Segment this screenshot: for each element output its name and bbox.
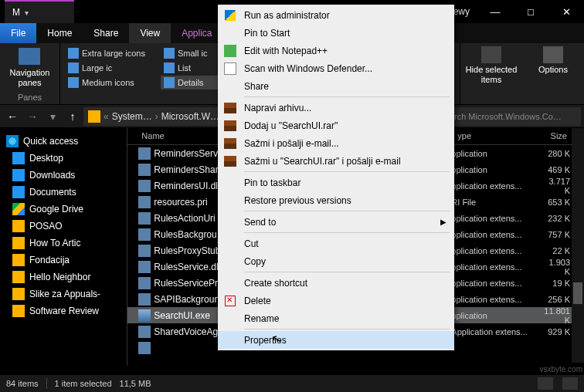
layout-extra-large-icons[interactable]: Extra large icons xyxy=(65,46,158,60)
file-icon xyxy=(138,293,151,306)
hide-icon xyxy=(481,46,501,63)
scrollbar[interactable] xyxy=(572,128,584,363)
col-type[interactable]: ype xyxy=(451,128,544,144)
ctx-sa-mi-u-searchui-rar-i-po-alji-e-mail[interactable]: Sažmi u "SearchUI.rar" i pošalji e-mail xyxy=(218,152,454,170)
scroll-thumb[interactable] xyxy=(573,282,582,304)
layout-medium-icons[interactable]: Medium icons xyxy=(65,76,158,90)
ic-fold xyxy=(12,254,25,266)
file-menu[interactable]: File xyxy=(0,23,36,43)
ctx-properties[interactable]: Properties xyxy=(218,331,454,349)
ctx-rename[interactable]: Rename xyxy=(218,309,454,327)
file-icon xyxy=(138,245,151,257)
ic-desk xyxy=(12,152,25,164)
ctx-pin-to-taskbar[interactable]: Pin to taskbar xyxy=(218,174,454,191)
tree-google-drive[interactable]: Google Drive xyxy=(0,201,127,218)
submenu-arrow: ▶ xyxy=(440,218,446,226)
close-button[interactable]: ✕ xyxy=(548,0,584,23)
ctx-dodaj-u-searchui-rar-[interactable]: Dodaj u "SearchUI.rar" xyxy=(218,117,454,134)
ic-fold xyxy=(12,271,25,283)
ic-rar-icon xyxy=(222,137,238,150)
ctx-copy[interactable]: Copy xyxy=(218,252,454,270)
tree-software-review[interactable]: Software Review xyxy=(0,302,127,319)
file-icon xyxy=(138,277,151,289)
search-input[interactable]: rch Microsoft.Windows.Co… xyxy=(450,107,581,126)
ic-gd xyxy=(12,203,25,215)
nav-tree: Quick accessDesktopDownloadsDocumentsGoo… xyxy=(0,128,127,366)
ctx-napravi-arhivu-[interactable]: Napravi arhivu... xyxy=(218,99,454,117)
ic-star xyxy=(6,135,19,147)
status-count: 84 items xyxy=(6,379,39,388)
tree-hello-neighbor[interactable]: Hello Neighbor xyxy=(0,269,127,286)
layout-large-ic[interactable]: Large ic xyxy=(65,61,158,75)
ic-fold xyxy=(12,220,25,232)
up-button[interactable]: ↑ xyxy=(63,107,82,126)
window-controls: — □ ✕ xyxy=(477,0,584,23)
ctx-pin-to-start[interactable]: Pin to Start xyxy=(218,24,454,42)
tree-fondacija[interactable]: Fondacija xyxy=(0,252,127,269)
file-icon xyxy=(138,180,151,192)
watermark-url: vsxbyte.com xyxy=(539,365,582,373)
file-icon xyxy=(138,212,151,225)
hide-label: Hide selected items xyxy=(466,65,518,85)
tab-share[interactable]: Share xyxy=(83,23,129,43)
tree-how-to-artic[interactable]: How To Artic xyxy=(0,235,127,252)
crumb-2[interactable]: Microsoft.W… xyxy=(161,111,219,122)
tree-desktop[interactable]: Desktop xyxy=(0,150,127,167)
maximize-button[interactable]: □ xyxy=(513,0,548,23)
options-button[interactable]: Options xyxy=(522,43,584,104)
tree-quick-access[interactable]: Quick access xyxy=(0,133,127,150)
ic-shield-icon xyxy=(222,8,238,22)
status-bar: 84 items 1 item selected 11,5 MB xyxy=(0,375,584,392)
tab-initial: M xyxy=(12,7,20,18)
tab-home[interactable]: Home xyxy=(36,23,83,43)
ctx-edit-with-notepad-[interactable]: Edit with Notepad++ xyxy=(218,42,454,59)
file-icon xyxy=(138,228,151,241)
context-menu: Run as administratorPin to StartEdit wit… xyxy=(218,5,454,350)
file-icon xyxy=(138,342,151,354)
file-icon xyxy=(138,147,151,160)
ctx-run-as-administrator[interactable]: Run as administrator xyxy=(218,6,454,24)
crumb-1[interactable]: System… xyxy=(112,111,152,122)
ctx-send-to[interactable]: Send to▶ xyxy=(218,213,454,231)
back-button[interactable]: ← xyxy=(3,107,22,126)
ic-doc xyxy=(12,186,25,198)
ic-dx-icon xyxy=(222,294,238,308)
tab-view[interactable]: View xyxy=(129,23,171,43)
file-icon xyxy=(138,164,151,176)
nav-pane-button[interactable]: Navigation panes xyxy=(10,65,50,88)
ctx-sa-mi-i-po-alji-e-mail-[interactable]: Sažmi i pošalji e-mail... xyxy=(218,134,454,152)
recent-button[interactable]: ▾ xyxy=(43,107,62,126)
ribbon-group-panes: Navigation panes Panes xyxy=(0,43,60,104)
tab-app-tools[interactable]: Applica xyxy=(171,23,222,43)
tree-documents[interactable]: Documents xyxy=(0,184,127,201)
view-icons-button[interactable] xyxy=(562,377,578,390)
ctx-restore-previous-versions[interactable]: Restore previous versions xyxy=(218,191,454,209)
status-selected: 1 item selected xyxy=(55,379,112,388)
explorer-tab[interactable]: M ▾ xyxy=(5,0,74,23)
forward-button[interactable]: → xyxy=(23,107,42,126)
ic-fold xyxy=(12,237,25,249)
tab-caret: ▾ xyxy=(25,8,29,17)
ctx-delete[interactable]: Delete xyxy=(218,292,454,309)
tree-downloads[interactable]: Downloads xyxy=(0,167,127,184)
view-details-button[interactable] xyxy=(538,377,553,390)
file-icon xyxy=(138,326,151,338)
minimize-button[interactable]: — xyxy=(477,0,513,23)
ic-rar-icon xyxy=(222,101,238,115)
file-icon xyxy=(138,261,151,273)
ic-rar-icon xyxy=(222,119,238,133)
ctx-create-shortcut[interactable]: Create shortcut xyxy=(218,274,454,292)
ic-np-icon xyxy=(222,44,238,58)
ctx-share[interactable]: Share xyxy=(218,77,454,95)
hide-selected-button[interactable]: Hide selected items xyxy=(460,43,522,104)
ctx-scan-with-windows-defender-[interactable]: Scan with Windows Defender... xyxy=(218,59,454,77)
folder-icon xyxy=(88,110,100,123)
file-icon xyxy=(138,196,151,208)
tree-slike-za-appuals-[interactable]: Slike za Appuals- xyxy=(0,286,127,302)
file-icon xyxy=(138,309,151,322)
tree-posao[interactable]: POSAO xyxy=(0,218,127,235)
ctx-cut[interactable]: Cut xyxy=(218,235,454,252)
options-icon xyxy=(543,46,563,63)
ic-fold xyxy=(12,305,25,317)
group-label-panes: Panes xyxy=(18,93,42,103)
